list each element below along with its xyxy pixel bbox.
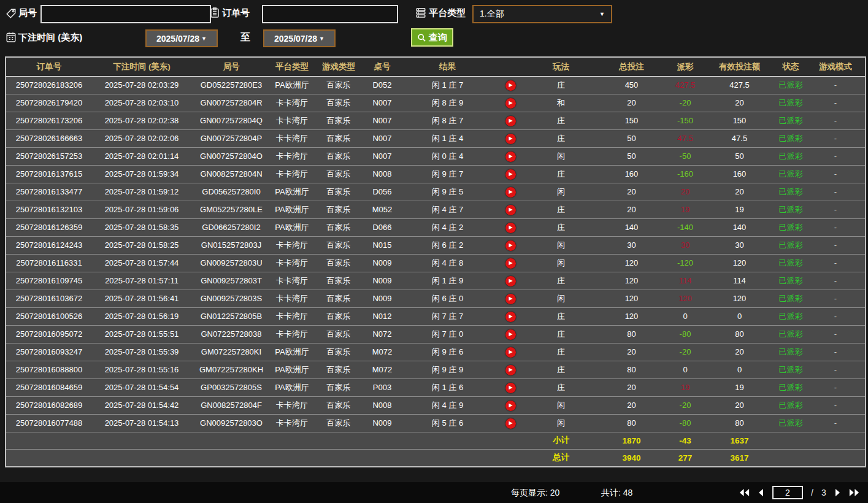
- cell-platform-type: 卡卡湾厅: [271, 236, 313, 254]
- cell-play-method: 庄: [526, 307, 596, 325]
- cell-round-number: GN0092572803T: [191, 272, 271, 290]
- cell-payout: 30: [667, 236, 704, 254]
- cell-total-bet: 120: [596, 290, 667, 307]
- play-video-icon[interactable]: ▶: [505, 365, 516, 375]
- cell-game-mode: -: [806, 361, 865, 378]
- cell-valid-bet: 114: [704, 272, 775, 290]
- cell-result: 闲 5 庄 6: [400, 414, 495, 432]
- cell-play: ▶: [495, 147, 526, 165]
- cell-play: ▶: [495, 290, 526, 307]
- table-row: 2507280161242432025-07-28 01:58:25GN0152…: [6, 236, 865, 254]
- cell-game-type: 百家乐: [313, 183, 364, 201]
- play-video-icon[interactable]: ▶: [505, 116, 516, 126]
- play-video-icon[interactable]: ▶: [505, 80, 516, 91]
- play-video-icon[interactable]: ▶: [505, 240, 516, 251]
- platform-type-select[interactable]: 1.全部 ▼: [472, 5, 612, 23]
- play-video-icon[interactable]: ▶: [505, 383, 516, 393]
- play-video-icon[interactable]: ▶: [505, 205, 516, 215]
- play-video-icon[interactable]: ▶: [505, 98, 516, 109]
- cell-platform-type: 卡卡湾厅: [271, 307, 313, 325]
- clipboard-icon: [209, 7, 220, 18]
- cell-result: 闲 8 庄 7: [400, 112, 495, 129]
- cell-play-method: 庄: [526, 361, 596, 378]
- cell-order-number: 250728016093247: [6, 343, 92, 361]
- col-header-bet-time: 下注时间 (美东): [92, 58, 191, 76]
- play-video-icon[interactable]: ▶: [505, 152, 516, 162]
- search-icon: [417, 33, 426, 42]
- cell-table-number: D066: [364, 218, 400, 236]
- col-header-valid-bet: 有效投注额: [704, 58, 775, 76]
- table-header: 订单号下注时间 (美东)局号平台类型游戏类型桌号结果玩法总投注派彩有效投注额状态…: [6, 58, 865, 76]
- last-page-icon[interactable]: [849, 488, 859, 497]
- cell-game-type: 百家乐: [313, 254, 364, 272]
- next-page-icon[interactable]: [834, 488, 841, 497]
- cell-bet-time: 2025-07-28 02:01:14: [92, 147, 191, 165]
- cell-bet-time: 2025-07-28 01:56:19: [92, 307, 191, 325]
- play-video-icon[interactable]: ▶: [505, 169, 516, 180]
- total-row-total-bet: 3940: [596, 449, 667, 466]
- play-video-icon[interactable]: ▶: [505, 418, 516, 429]
- play-video-icon[interactable]: ▶: [505, 347, 516, 358]
- play-video-icon[interactable]: ▶: [505, 329, 516, 340]
- play-video-icon[interactable]: ▶: [505, 258, 516, 269]
- play-video-icon[interactable]: ▶: [505, 294, 516, 304]
- cell-play: ▶: [495, 165, 526, 183]
- cell-round-number: GN0082572804N: [191, 165, 271, 183]
- cell-valid-bet: 0: [704, 361, 775, 378]
- first-page-icon[interactable]: [739, 488, 750, 497]
- cell-play-method: 庄: [526, 325, 596, 343]
- cell-game-mode: -: [806, 325, 865, 343]
- cell-valid-bet: 50: [704, 147, 775, 165]
- search-button[interactable]: 查询: [411, 28, 453, 47]
- cell-valid-bet: 0: [704, 307, 775, 325]
- col-header-result: 结果: [400, 58, 495, 76]
- cell-game-mode: -: [806, 272, 865, 290]
- subtotal-row: 小计1870-431637: [6, 432, 865, 449]
- play-video-icon[interactable]: ▶: [505, 276, 516, 286]
- order-number-input[interactable]: [262, 5, 398, 23]
- empty-cell: [495, 449, 526, 466]
- cell-play-method: 庄: [526, 272, 596, 290]
- cell-platform-type: 卡卡湾厅: [271, 272, 313, 290]
- cell-total-bet: 120: [596, 272, 667, 290]
- play-video-icon[interactable]: ▶: [505, 187, 516, 198]
- date-to-select[interactable]: 2025/07/28 ▼: [263, 29, 336, 47]
- col-header-platform-type: 平台类型: [271, 58, 313, 76]
- table-body: 2507280261832062025-07-28 02:03:29GD0522…: [6, 76, 865, 432]
- cell-result: 闲 9 庄 5: [400, 183, 495, 201]
- play-video-icon[interactable]: ▶: [505, 223, 516, 233]
- empty-cell: [806, 432, 865, 449]
- cell-valid-bet: 140: [704, 218, 775, 236]
- empty-cell: [364, 432, 400, 449]
- prev-page-icon[interactable]: [758, 488, 764, 497]
- cell-status: 已派彩: [775, 325, 806, 343]
- cell-status: 已派彩: [775, 94, 806, 112]
- cell-platform-type: PA欧洲厅: [271, 361, 313, 378]
- play-video-icon[interactable]: ▶: [505, 401, 516, 411]
- cell-round-number: GN0072572804P: [191, 129, 271, 147]
- table-row: 2507280161263592025-07-28 01:58:35GD0662…: [6, 218, 865, 236]
- round-number-input[interactable]: [40, 5, 211, 23]
- page-number-input[interactable]: [772, 486, 803, 499]
- cell-round-number: GN0092572803S: [191, 290, 271, 307]
- play-video-icon[interactable]: ▶: [505, 134, 516, 144]
- table-row: 2507280161036722025-07-28 01:56:41GN0092…: [6, 290, 865, 307]
- cell-play-method: 闲: [526, 254, 596, 272]
- pager: / 3: [739, 482, 859, 503]
- cell-table-number: N007: [364, 112, 400, 129]
- cell-status: 已派彩: [775, 147, 806, 165]
- cell-round-number: GN0072572804Q: [191, 112, 271, 129]
- cell-status: 已派彩: [775, 254, 806, 272]
- cell-play: ▶: [495, 236, 526, 254]
- cell-result: 闲 4 庄 2: [400, 218, 495, 236]
- date-from-select[interactable]: 2025/07/28 ▼: [145, 29, 218, 47]
- cell-game-mode: -: [806, 76, 865, 94]
- cell-play-method: 庄: [526, 76, 596, 94]
- cell-bet-time: 2025-07-28 01:58:35: [92, 218, 191, 236]
- empty-cell: [92, 432, 191, 449]
- cell-valid-bet: 80: [704, 414, 775, 432]
- cell-table-number: N072: [364, 325, 400, 343]
- cell-round-number: GN0082572804F: [191, 396, 271, 414]
- play-video-icon[interactable]: ▶: [505, 312, 516, 322]
- cell-table-number: N015: [364, 236, 400, 254]
